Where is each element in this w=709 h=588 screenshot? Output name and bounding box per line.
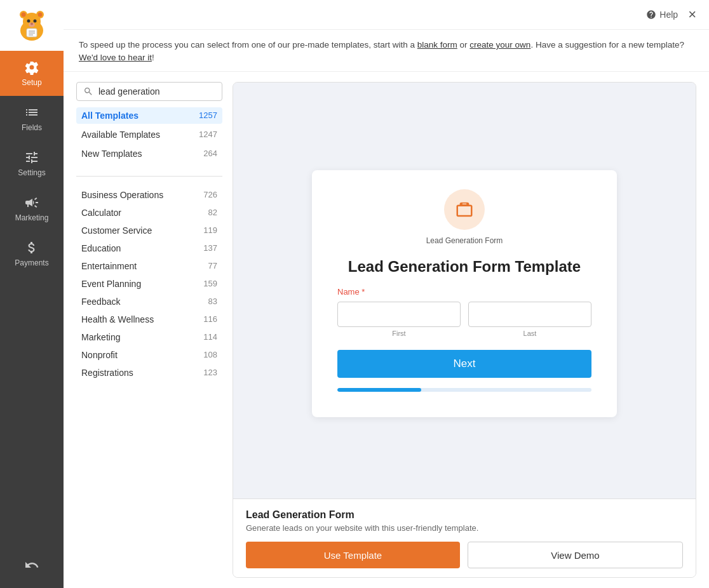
name-field-label: Name *: [337, 287, 591, 297]
sidebar-item-settings[interactable]: Settings: [0, 141, 64, 186]
category-marketing[interactable]: Marketing 114: [76, 329, 222, 345]
first-sublabel: First: [337, 330, 461, 337]
create-own-link[interactable]: create your own: [469, 40, 530, 50]
preview-actions: Use Template View Demo: [246, 542, 683, 568]
category-calculator[interactable]: Calculator 82: [76, 204, 222, 221]
sidebar: Setup Fields Settings Marketing Payments: [0, 0, 64, 588]
next-button[interactable]: Next: [337, 350, 591, 378]
topbar: Help ×: [64, 0, 709, 30]
close-button[interactable]: ×: [688, 6, 696, 23]
category-business-ops[interactable]: Business Operations 726: [76, 187, 222, 203]
main-content: Help × To speed up the process you can s…: [64, 0, 709, 588]
search-icon: [83, 86, 93, 97]
filter-available-label: Available Templates: [81, 130, 160, 140]
template-icon-label: Lead Generation Form: [426, 236, 503, 245]
search-box: [76, 82, 222, 101]
search-input[interactable]: [98, 86, 215, 97]
megaphone-icon: [24, 195, 39, 210]
category-calculator-label: Calculator: [81, 208, 121, 218]
category-education[interactable]: Education 137: [76, 240, 222, 257]
gear-icon: [24, 60, 39, 75]
filter-available-count: 1247: [199, 130, 217, 139]
progress-bar: [337, 388, 591, 392]
help-button[interactable]: Help: [646, 10, 678, 20]
category-customer-service-label: Customer Service: [81, 225, 152, 236]
filter-new-templates[interactable]: New Templates 264: [76, 145, 222, 162]
filter-all-count: 1257: [199, 110, 217, 120]
template-preview-panel: Lead Generation Form Lead Generation For…: [233, 82, 696, 578]
sidebar-item-fields-label: Fields: [22, 123, 42, 132]
category-nonprofit[interactable]: Nonprofit 108: [76, 347, 222, 363]
svg-point-4: [22, 13, 26, 17]
category-event-planning-count: 159: [203, 279, 217, 288]
content-area: All Templates 1257 Available Templates 1…: [64, 72, 709, 589]
category-business-ops-count: 726: [203, 190, 217, 199]
sidebar-item-payments[interactable]: Payments: [0, 231, 64, 276]
sidebar-item-settings-label: Settings: [18, 168, 45, 177]
divider: [76, 176, 222, 177]
category-business-ops-label: Business Operations: [81, 190, 163, 200]
category-marketing-count: 114: [203, 332, 217, 342]
sliders-icon: [24, 150, 39, 165]
category-nonprofit-label: Nonprofit: [81, 350, 118, 360]
category-health-wellness[interactable]: Health & Wellness 116: [76, 311, 222, 328]
category-education-count: 137: [203, 243, 217, 253]
last-sublabel: Last: [468, 330, 591, 337]
info-text-after: . Have a suggestion for a new template?: [530, 40, 684, 50]
category-customer-service[interactable]: Customer Service 119: [76, 222, 222, 239]
category-customer-service-count: 119: [203, 225, 217, 235]
filter-new-count: 264: [203, 149, 217, 158]
help-label: Help: [659, 10, 678, 20]
info-text-middle: or: [457, 40, 470, 50]
info-text-end: !: [152, 53, 154, 62]
sidebar-item-setup-label: Setup: [22, 78, 41, 87]
sidebar-item-setup[interactable]: Setup: [0, 51, 64, 96]
first-name-field: First: [337, 302, 461, 337]
category-feedback-count: 83: [208, 297, 217, 306]
preview-template-desc: Generate leads on your website with this…: [246, 523, 683, 533]
category-registrations-count: 123: [203, 368, 217, 377]
svg-point-7: [34, 20, 37, 23]
use-template-button[interactable]: Use Template: [246, 542, 460, 568]
blank-form-link[interactable]: blank form: [417, 40, 457, 50]
preview-area: Lead Generation Form Lead Generation For…: [233, 83, 696, 499]
svg-point-6: [27, 20, 30, 23]
category-entertainment[interactable]: Entertainment 77: [76, 258, 222, 274]
preview-bottom: Lead Generation Form Generate leads on y…: [233, 498, 696, 577]
first-name-input[interactable]: [337, 302, 461, 327]
svg-point-5: [38, 13, 43, 17]
category-nonprofit-count: 108: [203, 350, 217, 359]
filter-available-templates[interactable]: Available Templates 1247: [76, 126, 222, 143]
last-name-input[interactable]: [468, 302, 591, 327]
fields-icon: [24, 105, 39, 120]
bear-logo-icon: [14, 8, 50, 43]
sidebar-item-payments-label: Payments: [15, 258, 48, 267]
name-fields: First Last: [337, 302, 591, 337]
category-list: Business Operations 726 Calculator 82 Cu…: [76, 187, 222, 381]
category-health-wellness-label: Health & Wellness: [81, 314, 154, 324]
sidebar-bottom: [0, 549, 64, 588]
last-name-field: Last: [468, 302, 591, 337]
undo-button[interactable]: [0, 549, 64, 582]
sidebar-item-fields[interactable]: Fields: [0, 96, 64, 141]
briefcase-icon: [455, 200, 474, 219]
sidebar-item-marketing[interactable]: Marketing: [0, 186, 64, 231]
category-health-wellness-count: 116: [203, 314, 217, 324]
suggestion-link[interactable]: We'd love to hear it: [79, 53, 152, 62]
category-registrations[interactable]: Registrations 123: [76, 364, 222, 381]
svg-point-9: [30, 23, 33, 25]
view-demo-button[interactable]: View Demo: [468, 542, 683, 568]
form-preview-card: Lead Generation Form Lead Generation For…: [312, 170, 617, 417]
filter-all-templates[interactable]: All Templates 1257: [76, 107, 222, 124]
category-event-planning-label: Event Planning: [81, 279, 141, 289]
category-event-planning[interactable]: Event Planning 159: [76, 276, 222, 292]
filter-all-label: All Templates: [81, 110, 138, 121]
filter-new-label: New Templates: [81, 149, 142, 159]
info-text-before: To speed up the process you can select f…: [79, 40, 417, 50]
form-title: Lead Generation Form Template: [348, 258, 581, 276]
category-feedback[interactable]: Feedback 83: [76, 293, 222, 310]
dollar-icon: [24, 240, 39, 255]
help-icon: [646, 10, 656, 20]
info-banner: To speed up the process you can select f…: [64, 30, 709, 72]
preview-template-name: Lead Generation Form: [246, 509, 683, 521]
